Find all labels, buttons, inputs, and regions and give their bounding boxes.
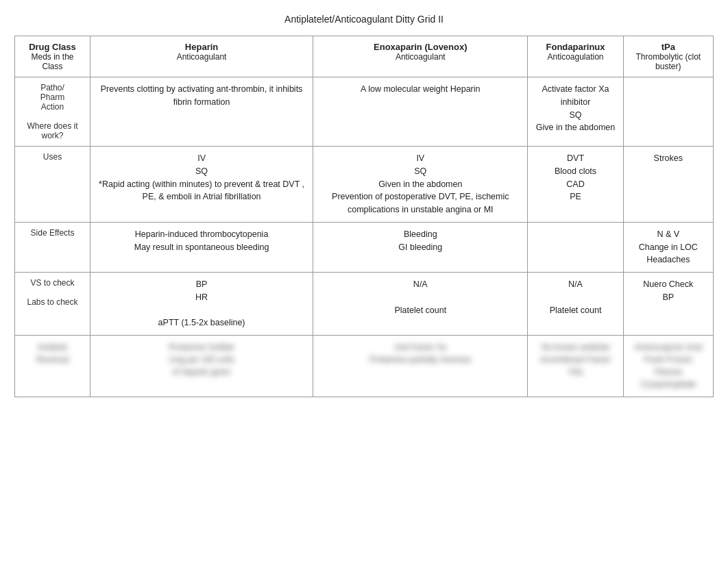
col-header-enoxaparin: Enoxaparin (Lovenox) Anticoagulant: [313, 36, 528, 77]
col-header-tpa: tPa Thrombolytic (clot buster): [623, 36, 713, 77]
vs-labs-row: VS to checkLabs to check BPHRaPTT (1.5-2…: [15, 273, 714, 336]
blurred-tpa: Aminocaproic AcidFresh Frozen PlasmaCryo…: [623, 336, 713, 397]
blurred-row: AntidoteReversal Protamine Sulfate1mg pe…: [15, 336, 714, 397]
side-effects-tpa: N & VChange in LOCHeadaches: [623, 222, 713, 272]
drug-grid: Drug Class Meds in the Class Heparin Ant…: [14, 36, 714, 397]
col-header-drug-class: Drug Class Meds in the Class: [15, 36, 90, 77]
blurred-label: AntidoteReversal: [15, 336, 90, 397]
side-effects-heparin: Heparin-induced thrombocytopeniaMay resu…: [90, 222, 313, 272]
side-effects-row: Side Effects Heparin-induced thrombocyto…: [15, 222, 714, 272]
vs-labs-fondaparinux: N/APlatelet count: [528, 273, 623, 336]
vs-labs-heparin: BPHRaPTT (1.5-2x baseline): [90, 273, 313, 336]
vs-labs-label: VS to checkLabs to check: [15, 273, 90, 336]
main-container: Antiplatelet/Anticoagulant Ditty Grid II…: [14, 14, 714, 397]
uses-heparin: IVSQ*Rapid acting (within minutes) to pr…: [90, 147, 313, 223]
uses-fondaparinux: DVTBlood clotsCADPE: [528, 147, 623, 223]
patho-label: Patho/PharmActionWhere does it work?: [15, 77, 90, 147]
patho-tpa: [623, 77, 713, 147]
side-effects-enoxaparin: BleedingGI bleeding: [313, 222, 528, 272]
side-effects-fondaparinux: [528, 222, 623, 272]
patho-heparin: Prevents clotting by activating ant-thro…: [90, 77, 313, 147]
uses-tpa: Strokes: [623, 147, 713, 223]
uses-label: Uses: [15, 147, 90, 223]
side-effects-label: Side Effects: [15, 222, 90, 272]
col-header-fondaparinux: Fondaparinux Anticoagulation: [528, 36, 623, 77]
page-title: Antiplatelet/Anticoagulant Ditty Grid II: [14, 14, 714, 25]
uses-row: Uses IVSQ*Rapid acting (within minutes) …: [15, 147, 714, 223]
patho-row: Patho/PharmActionWhere does it work? Pre…: [15, 77, 714, 147]
vs-labs-tpa: Nuero CheckBP: [623, 273, 713, 336]
col-header-heparin: Heparin Anticoagulant: [90, 36, 313, 77]
blurred-fondaparinux: No known antidoterecombinant Factor VIIa: [528, 336, 623, 397]
uses-enoxaparin: IVSQGiven in the abdomenPrevention of po…: [313, 147, 528, 223]
blurred-enoxaparin: Anti Factor XaProtamine partially revers…: [313, 336, 528, 397]
header-row: Drug Class Meds in the Class Heparin Ant…: [15, 36, 714, 77]
patho-enoxaparin: A low molecular weight Heparin: [313, 77, 528, 147]
patho-fondaparinux: Activate factor Xa inhibitorSQGive in th…: [528, 77, 623, 147]
vs-labs-enoxaparin: N/APlatelet count: [313, 273, 528, 336]
blurred-heparin: Protamine Sulfate1mg per 100 unitsof hep…: [90, 336, 313, 397]
